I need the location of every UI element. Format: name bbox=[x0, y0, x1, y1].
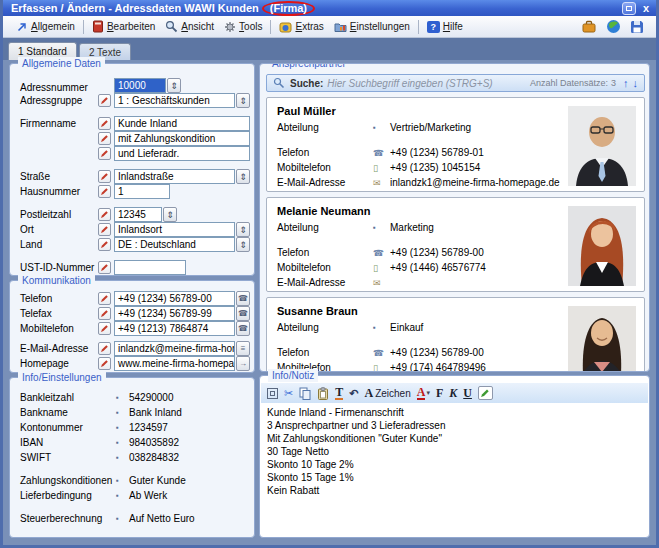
zeichen-label: Zeichen bbox=[375, 388, 411, 399]
land-spinner[interactable]: ⇕ bbox=[236, 237, 250, 252]
contact-card[interactable]: Susanne Braun Abteilung ▪ Einkauf Telefo… bbox=[266, 297, 645, 372]
bold-button[interactable]: F bbox=[436, 386, 443, 400]
menu-extras[interactable]: Extras bbox=[274, 19, 328, 35]
menu-bearbeiten[interactable]: Bearbeiten bbox=[87, 18, 160, 35]
edit-note-button[interactable] bbox=[478, 386, 493, 400]
bullet-icon: ▪ bbox=[373, 323, 390, 332]
firmenname-label: Firmenname bbox=[20, 118, 98, 129]
ort-combo[interactable]: Inlandsort bbox=[114, 222, 235, 237]
land-combo[interactable]: DE : Deutschland bbox=[114, 237, 235, 252]
cut-button[interactable]: ✂ bbox=[284, 386, 293, 400]
font-button[interactable]: AZeichen bbox=[364, 386, 410, 400]
row-mobiltelefon: Mobiltelefon +49 (1213) 7864874 ☎ bbox=[10, 321, 254, 336]
edit-pencil-button[interactable] bbox=[98, 147, 111, 160]
firmenname-input-2[interactable]: mit Zahlungskondition bbox=[114, 131, 250, 146]
notiz-line: Kunde Inland - Firmenanschrift bbox=[267, 406, 642, 419]
adressnummer-input[interactable]: 10000 bbox=[114, 78, 166, 93]
homepage-go-button[interactable]: → bbox=[236, 356, 250, 371]
save-icon[interactable] bbox=[630, 20, 644, 34]
adressgruppe-spinner[interactable]: ⇕ bbox=[236, 93, 250, 108]
edit-pencil-button[interactable] bbox=[98, 117, 111, 130]
paste-button[interactable] bbox=[317, 386, 329, 400]
telefax-input[interactable]: +49 (1234) 56789-99 bbox=[114, 306, 235, 321]
adressgruppe-combo[interactable]: 1 : Geschäftskunden bbox=[114, 93, 235, 108]
edit-pencil-button[interactable] bbox=[98, 261, 111, 274]
spinner-icon: ⇕ bbox=[166, 210, 174, 220]
abteilung-label: Abteilung bbox=[277, 222, 373, 233]
plz-spinner[interactable]: ⇕ bbox=[163, 207, 177, 222]
telefon-label: Telefon bbox=[277, 247, 373, 258]
menu-ansicht[interactable]: Ansicht bbox=[160, 18, 219, 35]
phone-icon: ☎ bbox=[373, 348, 390, 358]
scroll-up-arrow[interactable]: ↑ bbox=[623, 77, 629, 89]
strasse-spinner[interactable]: ⇕ bbox=[236, 169, 250, 184]
firmenname-input-1[interactable]: Kunde Inland bbox=[114, 116, 250, 131]
format-text-button[interactable]: T bbox=[335, 386, 343, 400]
edit-pencil-button[interactable] bbox=[98, 292, 111, 305]
firmenname-input-3[interactable]: und Lieferadr. bbox=[114, 146, 250, 161]
pencil-icon bbox=[100, 294, 109, 303]
bullet-icon: ▪ bbox=[373, 123, 390, 132]
ustid-input[interactable] bbox=[114, 260, 186, 275]
app-window: Erfassen / Ändern - Adressdaten WAWI Kun… bbox=[0, 0, 659, 548]
menu-tools[interactable]: Tools bbox=[219, 19, 267, 35]
email-input[interactable]: inlandzk@meine-firma-homepage.de bbox=[114, 341, 235, 356]
info-value: 038284832 bbox=[129, 452, 179, 463]
briefcase-icon[interactable] bbox=[581, 20, 597, 34]
underline-button[interactable]: U bbox=[463, 386, 472, 400]
strasse-combo[interactable]: Inlandstraße bbox=[114, 169, 235, 184]
globe-icon[interactable] bbox=[606, 19, 621, 34]
mobiltelefon-input[interactable]: +49 (1213) 7864874 bbox=[114, 321, 235, 336]
telefon-input[interactable]: +49 (1234) 56789-00 bbox=[114, 291, 235, 306]
telefon-value: +49 (1234) 56789-00 bbox=[390, 347, 484, 358]
edit-pencil-button[interactable] bbox=[98, 357, 111, 370]
italic-button[interactable]: K bbox=[449, 386, 457, 400]
undo-button[interactable]: ↶ bbox=[349, 386, 358, 400]
adressnummer-spinner[interactable]: ⇕ bbox=[167, 78, 181, 93]
homepage-input[interactable]: www.meine-firma-homepage.de bbox=[114, 356, 235, 371]
contact-card[interactable]: Melanie Neumann Abteilung ▪ Marketing Te… bbox=[266, 197, 645, 292]
edit-pencil-button[interactable] bbox=[98, 307, 111, 320]
email-action-button[interactable]: ≡ bbox=[236, 341, 250, 356]
menu-einstellungen[interactable]: Einstellungen bbox=[329, 19, 415, 35]
contact-photo bbox=[568, 206, 636, 286]
info-label: IBAN bbox=[20, 437, 116, 448]
menu-hilfe[interactable]: ? Hilfe bbox=[422, 19, 468, 35]
info-value: Auf Netto Euro bbox=[129, 513, 195, 524]
edit-pencil-button[interactable] bbox=[98, 342, 111, 355]
hausnummer-input[interactable]: 1 bbox=[114, 184, 170, 199]
edit-pencil-button[interactable] bbox=[98, 170, 111, 183]
restore-window-button[interactable] bbox=[622, 2, 636, 15]
telefax-label: Telefax bbox=[20, 308, 98, 319]
edit-pencil-button[interactable] bbox=[98, 208, 111, 221]
edit-pencil-button[interactable] bbox=[98, 223, 111, 236]
edit-pencil-button[interactable] bbox=[98, 185, 111, 198]
info-row: Zahlungskonditionen ▪ Guter Kunde bbox=[10, 473, 254, 488]
close-button[interactable]: x bbox=[643, 2, 649, 14]
bullet-icon: ▪ bbox=[116, 453, 129, 462]
plz-input[interactable]: 12345 bbox=[114, 207, 162, 222]
scroll-down-arrow[interactable]: ↓ bbox=[633, 77, 639, 89]
pencil-icon bbox=[100, 263, 109, 272]
row-firmenname-2: mit Zahlungskondition bbox=[10, 131, 254, 146]
contact-card[interactable]: Paul Müller Abteilung ▪ Vertrieb/Marketi… bbox=[266, 97, 645, 192]
row-land: Land DE : Deutschland ⇕ bbox=[10, 237, 254, 252]
notiz-textarea[interactable]: Kunde Inland - Firmenanschrift 3 Ansprec… bbox=[261, 403, 648, 536]
search-label: Suche: bbox=[290, 78, 323, 89]
info-row: Kontonummer ▪ 1234597 bbox=[10, 420, 254, 435]
copy-button[interactable] bbox=[299, 386, 311, 400]
go-icon: → bbox=[239, 359, 247, 368]
edit-pencil-button[interactable] bbox=[98, 322, 111, 335]
insert-object-button[interactable] bbox=[267, 386, 278, 400]
edit-pencil-button[interactable] bbox=[98, 238, 111, 251]
telefon-dial-button[interactable]: ☎ bbox=[236, 291, 250, 306]
mobil-dial-button[interactable]: ☎ bbox=[236, 321, 250, 336]
contact-search-bar[interactable]: Suche: Hier Suchbegriff eingeben (STRG+S… bbox=[266, 74, 645, 92]
font-color-button[interactable]: A▾ bbox=[417, 386, 430, 400]
ort-spinner[interactable]: ⇕ bbox=[236, 222, 250, 237]
edit-pencil-button[interactable] bbox=[98, 132, 111, 145]
edit-pencil-button[interactable] bbox=[98, 94, 111, 107]
record-count-label: Anzahl Datensätze: bbox=[530, 78, 608, 88]
menu-allgemein[interactable]: Allgemein bbox=[11, 19, 80, 35]
telefax-dial-button[interactable]: ☎ bbox=[236, 306, 250, 321]
